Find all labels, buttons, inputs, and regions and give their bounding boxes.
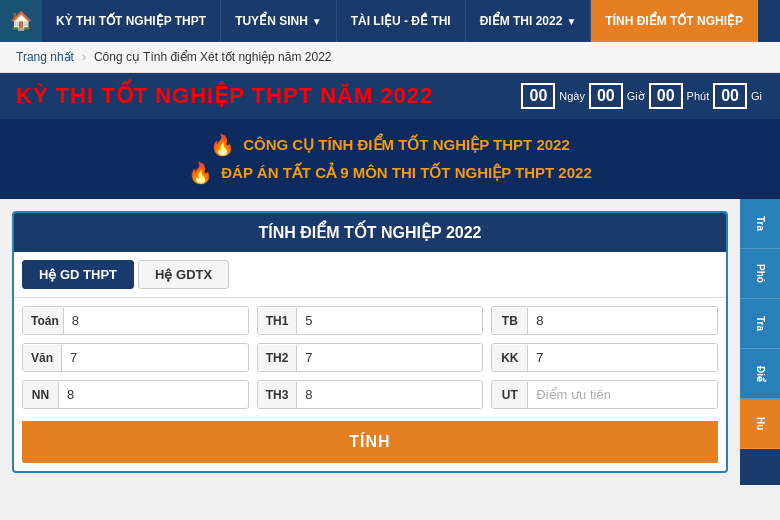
countdown-mins-label: Phút [687,90,710,102]
field-input-nn[interactable] [59,381,248,408]
nav-home-button[interactable]: 🏠 [0,0,42,42]
field-row-3: NN TH3 UT [22,380,718,409]
countdown-days-label: Ngày [559,90,585,102]
field-input-th3[interactable] [297,381,482,408]
tab-gd-thpt[interactable]: Hệ GD THPT [22,260,134,289]
sidebar-item-tra[interactable]: Tra [740,199,780,249]
field-group-th1: TH1 [257,306,484,335]
calculator-header: TÍNH ĐIỂM TỐT NGHIỆP 2022 [14,213,726,252]
countdown-mins-value: 00 [649,83,683,109]
promo-text-2: ĐÁP ÁN TẤT CẢ 9 MÔN THI TỐT NGHIỆP THPT … [221,164,592,182]
field-label-th3: TH3 [258,382,298,408]
field-label-kk: KK [492,345,528,371]
breadcrumb-separator: › [82,50,86,64]
sidebar-item-pho[interactable]: Phó [740,249,780,299]
field-group-nn: NN [22,380,249,409]
countdown-secs-label: Gi [751,90,762,102]
page-title: KỲ THI TỐT NGHIỆP THPT NĂM 2022 [16,83,433,109]
field-input-th2[interactable] [297,344,482,371]
promo-line-1: 🔥 CÔNG CỤ TÍNH ĐIỂM TỐT NGHIỆP THPT 2022 [0,133,780,157]
promo-banner: 🔥 CÔNG CỤ TÍNH ĐIỂM TỐT NGHIỆP THPT 2022… [0,119,780,199]
breadcrumb-current: Công cụ Tính điểm Xét tốt nghiệp năm 202… [94,50,332,64]
calculator-box: TÍNH ĐIỂM TỐT NGHIỆP 2022 Hệ GD THPT Hệ … [12,211,728,473]
main-layout: TÍNH ĐIỂM TỐT NGHIỆP 2022 Hệ GD THPT Hệ … [0,199,780,485]
field-label-th1: TH1 [258,308,298,334]
field-group-ut: UT [491,380,718,409]
nav-item-tuyen-sinh[interactable]: TUYỂN SINH ▼ [221,0,337,42]
navbar: 🏠 KỲ THI TỐT NGHIỆP THPT TUYỂN SINH ▼ TÀ… [0,0,780,42]
field-label-toan: Toán [23,308,64,334]
field-input-kk[interactable] [528,344,717,371]
countdown-hours-label: Giờ [627,90,645,103]
calculator-tabs: Hệ GD THPT Hệ GDTX [14,252,726,298]
tuyen-sinh-caret: ▼ [312,16,322,27]
field-row-1: Toán TH1 TB [22,306,718,335]
nav-item-tinh-diem[interactable]: TÍNH ĐIỂM TỐT NGHIỆP [591,0,758,42]
page-header: KỲ THI TỐT NGHIỆP THPT NĂM 2022 00 Ngày … [0,73,780,119]
field-label-nn: NN [23,382,59,408]
promo-icon-2: 🔥 [188,161,213,185]
field-group-van: Văn [22,343,249,372]
sidebar-item-hu[interactable]: Hu [740,399,780,449]
field-group-toan: Toán [22,306,249,335]
field-label-van: Văn [23,345,62,371]
field-input-van[interactable] [62,344,248,371]
calculator-fields: Toán TH1 TB Văn [14,298,726,471]
breadcrumb: Trang nhất › Công cụ Tính điểm Xét tốt n… [0,42,780,73]
field-group-tb: TB [491,306,718,335]
tab-gdtx[interactable]: Hệ GDTX [138,260,229,289]
nav-item-tai-lieu[interactable]: TÀI LIỆU - ĐỀ THI [337,0,466,42]
field-input-th1[interactable] [297,307,482,334]
field-group-th2: TH2 [257,343,484,372]
submit-button[interactable]: Tính [22,421,718,463]
countdown-hours-value: 00 [589,83,623,109]
sidebar: Tra Phó Tra Điể Hu [740,199,780,485]
field-group-th3: TH3 [257,380,484,409]
countdown-days-value: 00 [521,83,555,109]
nav-items: KỲ THI TỐT NGHIỆP THPT TUYỂN SINH ▼ TÀI … [42,0,780,42]
promo-line-2: 🔥 ĐÁP ÁN TẤT CẢ 9 MÔN THI TỐT NGHIỆP THP… [0,161,780,185]
main-content: TÍNH ĐIỂM TỐT NGHIỆP 2022 Hệ GD THPT Hệ … [0,199,780,485]
sidebar-item-diem[interactable]: Điể [740,349,780,399]
countdown: 00 Ngày 00 Giờ 00 Phút 00 Gi [521,83,764,109]
countdown-secs-value: 00 [713,83,747,109]
field-group-kk: KK [491,343,718,372]
sidebar-item-tra2[interactable]: Tra [740,299,780,349]
field-input-tb[interactable] [528,307,717,334]
field-label-tb: TB [492,308,528,334]
nav-item-ky-thi[interactable]: KỲ THI TỐT NGHIỆP THPT [42,0,221,42]
field-input-ut[interactable] [528,381,717,408]
field-input-toan[interactable] [64,307,248,334]
promo-icon-1: 🔥 [210,133,235,157]
diem-thi-caret: ▼ [566,16,576,27]
promo-text-1: CÔNG CỤ TÍNH ĐIỂM TỐT NGHIỆP THPT 2022 [243,136,570,154]
field-label-th2: TH2 [258,345,298,371]
field-row-2: Văn TH2 KK [22,343,718,372]
field-label-ut: UT [492,382,528,408]
nav-item-diem-thi[interactable]: ĐIỂM THI 2022 ▼ [466,0,592,42]
breadcrumb-home[interactable]: Trang nhất [16,50,74,64]
